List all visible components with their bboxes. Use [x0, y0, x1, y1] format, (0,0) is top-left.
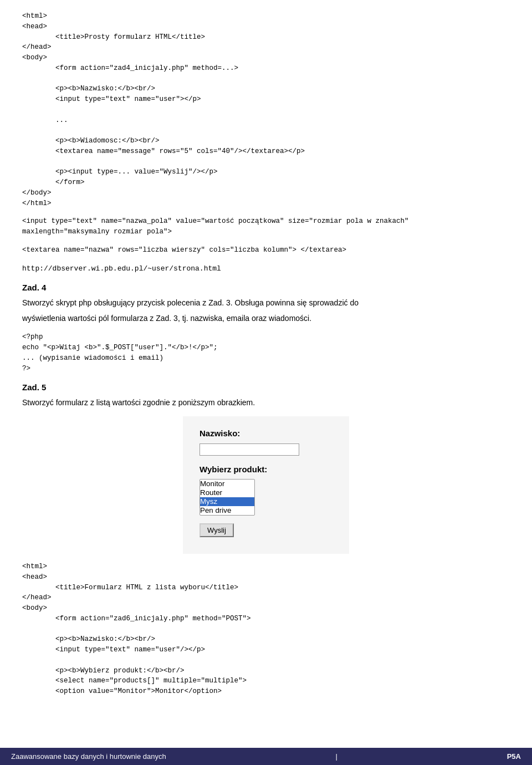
- option-router[interactable]: Router: [200, 488, 254, 497]
- form-label-produkt: Wybierz produkt:: [200, 463, 332, 476]
- form-preview: Nazwisko: Wybierz produkt: Monitor Route…: [183, 416, 349, 554]
- task-5-section: Zad. 5 Stworzyć formularz z listą wartoś…: [22, 381, 510, 409]
- form-select-product[interactable]: Monitor Router Mysz Pen drive: [200, 479, 255, 516]
- code-block-4: <?php echo "<p>Witaj <b>".$_POST["user"]…: [22, 332, 510, 374]
- url-line: http://dbserver.wi.pb.edu.pl/~user/stron…: [22, 263, 510, 274]
- option-pendrive[interactable]: Pen drive: [200, 506, 254, 515]
- code-block-3: <textarea name="nazwa" rows="liczba wier…: [22, 245, 510, 256]
- code-section-1: <html> <head> <title>Prosty formularz HT…: [22, 11, 510, 208]
- code-section-2: <input type="text" name="nazwa_pola" val…: [22, 216, 510, 237]
- task-5-header: Zad. 5: [22, 381, 510, 394]
- code-section-4: <?php echo "<p>Witaj <b>".$_POST["user"]…: [22, 332, 510, 374]
- form-input-nazwisko[interactable]: [200, 443, 299, 456]
- task-4-header: Zad. 4: [22, 282, 510, 294]
- code-section-3: <textarea name="nazwa" rows="liczba wier…: [22, 245, 510, 256]
- option-mysz[interactable]: Mysz: [200, 497, 254, 506]
- code-block-5: <html> <head> <title>Formularz HTML z li…: [22, 562, 510, 697]
- code-block-1: <html> <head> <title>Prosty formularz HT…: [22, 11, 510, 208]
- task-4-section: Zad. 4 Stworzyć skrypt php obsługujący p…: [22, 282, 510, 324]
- form-label-nazwisko: Nazwisko:: [200, 427, 332, 440]
- form-submit-button[interactable]: Wyslij: [200, 523, 234, 537]
- task-5-desc1: Stworzyć formularz z listą wartości zgod…: [22, 396, 510, 409]
- code-block-2: <input type="text" name="nazwa_pola" val…: [22, 216, 510, 237]
- code-section-5: <html> <head> <title>Formularz HTML z li…: [22, 562, 510, 697]
- option-monitor[interactable]: Monitor: [200, 480, 254, 488]
- task-4-desc2: wyświetlenia wartości pól formularza z Z…: [22, 312, 510, 324]
- task-4-desc1: Stworzyć skrypt php obsługujący przycisk…: [22, 297, 510, 309]
